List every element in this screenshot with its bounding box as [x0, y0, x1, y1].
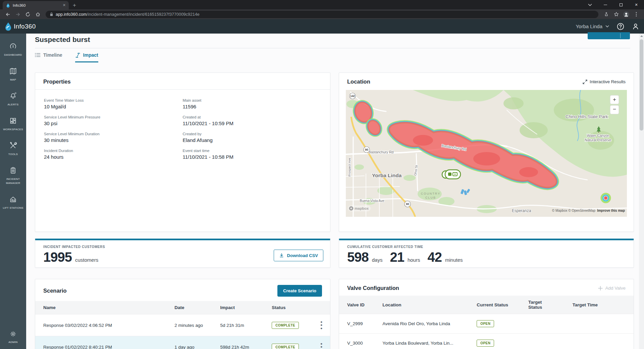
gauge-icon	[9, 42, 17, 50]
new-tab-button[interactable]: +	[73, 2, 76, 8]
impacted-customers-value: 1995	[43, 250, 72, 265]
sidebar-item-workspaces[interactable]: WORKSPACES	[1, 117, 25, 132]
download-csv-button[interactable]: Download CSV	[274, 249, 323, 261]
window-minimize-button[interactable]	[598, 0, 613, 9]
svg-text:Esperanza: Esperanza	[512, 208, 531, 213]
sidebar-item-dashboard[interactable]: DASHBOARD	[1, 42, 25, 57]
tab-timeline[interactable]: Timeline	[35, 52, 62, 62]
browser-menu-icon[interactable]	[632, 10, 641, 18]
share-icon[interactable]	[602, 10, 610, 18]
property-field: Created byEland Afuang	[183, 132, 322, 143]
gear-icon	[9, 330, 17, 338]
map-valve-cluster-marker	[442, 170, 461, 179]
property-field: Event Time Water Loss10 Mgal/d	[44, 98, 183, 109]
affected-days-value: 598	[347, 250, 369, 265]
back-button[interactable]	[3, 10, 12, 18]
sidebar-item-map[interactable]: MAP	[1, 67, 25, 82]
sidebar-label: WORKSPACES	[3, 128, 23, 132]
sidebar-label: ADMIN	[8, 340, 17, 344]
scenario-header-row: Name Date Impact Status	[35, 301, 330, 314]
tab-impact[interactable]: Impact	[75, 52, 98, 62]
scenario-row[interactable]: Response 01/02/2022 8:40:21 PM 1 day ago…	[35, 336, 330, 349]
chevron-down-icon	[605, 25, 609, 28]
properties-card: Properties Event Time Water Loss10 Mgal/…	[35, 72, 330, 232]
row-menu-icon[interactable]: •••	[312, 314, 330, 336]
tab-label: Impact	[83, 52, 98, 58]
affected-hours-unit: hours	[408, 257, 420, 263]
download-icon	[279, 253, 284, 258]
main-content: Suspected burst Timeline Impact Properti…	[26, 34, 639, 349]
status-badge: OPEN	[477, 320, 494, 327]
sidebar-item-lift-stations[interactable]: LIFT STATIONS	[1, 195, 25, 210]
affected-time-label: CUMULATIVE CUSTOMER AFFECTED TIME	[347, 245, 626, 249]
valve-row[interactable]: V_3000 Yorba Linda Boulevard, Yorba Lin.…	[339, 334, 634, 349]
improve-map-link: Improve this map	[597, 209, 625, 212]
svg-text:−: −	[613, 106, 616, 112]
property-field: Event start time11/10/2021 - 10:58 PM	[183, 149, 322, 160]
add-valve-button[interactable]: Add Valve	[598, 286, 626, 291]
map-zoom-in-button: +	[610, 95, 619, 104]
affected-hours-value: 21	[390, 250, 404, 265]
property-field: Incident Duration24 hours	[44, 149, 183, 160]
status-badge: COMPLETE	[272, 322, 299, 329]
scenario-title: Scenario	[43, 288, 67, 294]
impacted-customers-card: INCIDENT IMPACTED CUSTOMERS 1995 custome…	[35, 239, 330, 268]
create-scenario-button[interactable]: Create Scenario	[277, 285, 322, 297]
sidebar-item-admin[interactable]: ADMIN	[1, 330, 25, 344]
scrollbar-thumb[interactable]	[640, 39, 643, 131]
lift-station-icon	[9, 195, 17, 203]
workspaces-grid-icon	[9, 117, 17, 125]
reload-button[interactable]	[23, 10, 32, 18]
window-chevron-icon[interactable]	[582, 0, 598, 9]
window-restore-button[interactable]	[613, 0, 629, 9]
sidebar-label: MAP	[10, 78, 16, 82]
forward-button[interactable]	[13, 10, 22, 18]
sidebar-item-tools[interactable]: TOOLS	[1, 142, 25, 156]
partial-action-button[interactable]	[588, 32, 630, 39]
affected-minutes-unit: minutes	[445, 257, 463, 263]
sidebar-nav: DASHBOARD MAP ALERTS WORKSPACES TOOLS IN…	[0, 34, 26, 349]
user-icon[interactable]	[632, 22, 639, 31]
app-header: Info360 Yorba Linda	[0, 19, 644, 34]
impact-icon	[75, 53, 80, 58]
map-attribution: © Mapbox © OpenStreetMap	[552, 209, 596, 212]
sidebar-label: TOOLS	[8, 152, 18, 156]
svg-text:mapbox: mapbox	[355, 206, 369, 210]
help-icon[interactable]	[616, 22, 625, 31]
svg-text:Bastanchury Rd: Bastanchury Rd	[369, 150, 394, 154]
scenario-row[interactable]: Response 03/02/2022 4:06:52 PM 2 minutes…	[35, 314, 330, 336]
impacted-customers-label: INCIDENT IMPACTED CUSTOMERS	[43, 245, 322, 249]
property-field: Created at11/10/2021 - 10:59 PM	[183, 115, 322, 126]
scrollbar-up-arrow[interactable]	[639, 34, 644, 39]
svg-text:Chino Hills State Park: Chino Hills State Park	[566, 114, 608, 119]
url-bar[interactable]: app.info360.com/incident-management/inci…	[46, 11, 598, 18]
tab-close-icon[interactable]: ✕	[63, 3, 66, 7]
page-scrollbar[interactable]	[639, 34, 644, 349]
map-icon	[9, 67, 17, 75]
bookmark-star-icon[interactable]	[612, 10, 621, 18]
browser-tab[interactable]: Info360 ✕	[3, 1, 69, 9]
home-button[interactable]	[34, 10, 42, 18]
valve-configuration-card: Valve Configuration Add Valve Valve ID L…	[339, 279, 634, 349]
bell-icon	[9, 92, 17, 100]
app-logo[interactable]: Info360	[5, 22, 36, 31]
timeline-list-icon	[35, 53, 41, 57]
sidebar-label: ALERTS	[8, 103, 19, 107]
svg-text:90: 90	[365, 148, 368, 151]
valve-config-title: Valve Configuration	[347, 285, 399, 291]
interactive-results-link[interactable]: Interactive Results	[583, 79, 626, 84]
sidebar-item-incident-manager[interactable]: INCIDENT MANAGER	[1, 166, 25, 185]
svg-text:Buena Vista Ave: Buena Vista Ave	[360, 199, 384, 203]
valve-row[interactable]: V_2999 Avenida Rio Del Oro, Yorba Linda …	[339, 314, 634, 334]
sidebar-item-alerts[interactable]: ALERTS	[1, 92, 25, 107]
properties-title: Properties	[43, 79, 71, 85]
profile-avatar[interactable]	[622, 10, 631, 18]
svg-text:Water Canyon: Water Canyon	[587, 134, 609, 138]
window-close-button[interactable]: ✕	[629, 0, 644, 9]
map-canvas[interactable]: 142 90 90 Bastanchury Rd Bastanchury Rd …	[346, 90, 627, 217]
svg-text:COUNTRY: COUNTRY	[421, 192, 440, 195]
row-menu-icon[interactable]: •••	[312, 336, 330, 349]
scenario-card: Scenario Create Scenario Name Date Impac…	[35, 279, 330, 349]
svg-text:Prospect Ave: Prospect Ave	[347, 158, 351, 177]
tenant-dropdown[interactable]: Yorba Linda	[576, 23, 609, 29]
